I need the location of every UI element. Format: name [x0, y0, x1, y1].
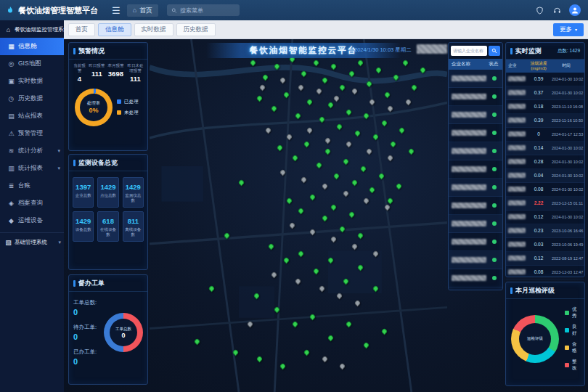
device-stat-box[interactable]: 811离线设备数 [123, 211, 144, 242]
enterprise-row[interactable] [449, 197, 502, 215]
sidebar-item-stat-analysis[interactable]: ≋统计分析▾ [0, 142, 64, 160]
legend-swatch [117, 110, 121, 115]
realtime-row[interactable]: 0.082024-01-30 10:02 [506, 183, 584, 197]
realtime-row[interactable]: 0.592024-01-30 10:02 [506, 73, 584, 86]
reading-time: 2024-01-30 10:02 [550, 77, 583, 81]
reading-time: 2023-10-06 19:49 [550, 242, 583, 247]
enterprise-row[interactable] [449, 215, 502, 233]
hamburger-menu-icon[interactable]: ☰ [112, 5, 121, 16]
col-status: 状态 [488, 61, 499, 68]
device-stat-value: 1429 [74, 217, 92, 225]
realtime-row[interactable]: 0.282024-01-30 10:02 [506, 155, 584, 169]
rating-panel: 本月巡检评级 巡检评级 优秀良好合格整改 [505, 282, 585, 386]
realtime-row[interactable]: 0.182023-11-10 16:08 [506, 100, 584, 114]
realtime-row[interactable]: 0.122024-01-30 10:02 [506, 211, 584, 224]
realtime-row[interactable]: 0.032023-10-06 19:49 [506, 238, 584, 252]
device-stat-box[interactable]: 618在线设备数 [97, 211, 118, 242]
enterprise-name-redacted [508, 104, 526, 109]
realtime-row[interactable]: 0.042024-01-30 10:02 [506, 169, 584, 183]
enterprise-row[interactable] [449, 251, 502, 269]
top-icons [534, 4, 588, 16]
sidebar-section-main[interactable]: ⌂ 餐饮油烟监控管理系统 ▴ [0, 20, 64, 38]
realtime-row[interactable]: 0.232023-10-06 16:46 [506, 224, 584, 238]
enterprise-row[interactable] [449, 142, 502, 160]
tab-首页[interactable]: 首页 [68, 23, 95, 36]
sidebar-item-info[interactable]: ▦信息舱 [0, 38, 64, 55]
legend-swatch [565, 328, 569, 332]
sidebar-section-base[interactable]: ▧ 基础管理系统 ▾ [0, 232, 64, 250]
reading-time: 2024-01-30 10:02 [550, 91, 583, 95]
workorder-stat: 已办工单:0 [73, 348, 98, 366]
sidebar-item-ops-device[interactable]: ◆运维设备 [0, 212, 64, 229]
map[interactable] [150, 39, 447, 392]
realtime-panel-header: 实时监测 总数: 1429 [506, 43, 584, 60]
device-stat-box[interactable]: 1397企业总数 [73, 177, 94, 208]
workorder-donut-label: 工单总数 [115, 327, 131, 332]
reading-time: 2022-08-19 12:47 [550, 256, 583, 261]
sidebar-item-station-report[interactable]: ▤站点报表 [0, 107, 64, 125]
enterprise-row[interactable] [449, 160, 502, 179]
enterprise-name-redacted [452, 239, 486, 245]
sidebar-item-warning-mgmt[interactable]: ⚠预警管理 [0, 125, 64, 142]
tab-历史数据[interactable]: 历史数据 [176, 23, 216, 36]
info-icon: ▦ [7, 43, 15, 50]
chevron-down-icon: ▾ [58, 240, 61, 245]
realtime-row[interactable]: 0.122022-08-19 12:47 [506, 252, 584, 266]
enterprise-name-redacted [508, 214, 526, 219]
sidebar-item-realtime[interactable]: ▣实时数据 [0, 73, 64, 90]
rating-body: 巡检评级 优秀良好合格整改 [506, 299, 584, 379]
enterprise-row[interactable] [449, 70, 502, 88]
enterprise-name-redacted [508, 269, 526, 274]
user-avatar[interactable] [569, 4, 581, 16]
realtime-row[interactable]: 0.142024-01-30 10:02 [506, 142, 584, 155]
workorder-stat-label: 待办工单: [73, 324, 98, 331]
realtime-row[interactable]: 2.222023-12-15 01:11 [506, 197, 584, 211]
sidebar-item-gis[interactable]: ◎GIS地图 [0, 55, 64, 73]
legend-swatch [565, 363, 569, 367]
global-search[interactable] [167, 4, 240, 16]
realtime-panel: 实时监测 总数: 1429 企业 油烟浓度(mg/m3) 时间 0.592024… [505, 42, 585, 277]
legend-label: 已处理 [124, 99, 139, 105]
ops-device-icon: ◆ [7, 217, 15, 224]
device-panel-title: 监测设备总览 [69, 155, 147, 171]
search-input[interactable] [180, 7, 235, 14]
realtime-row[interactable]: 0.392023-11-16 10:50 [506, 114, 584, 128]
device-stat-box[interactable]: 1429设备总数 [73, 211, 94, 242]
sidebar-item-stat-report[interactable]: ▥统计报表▾ [0, 160, 64, 177]
realtime-row[interactable]: 02024-01-17 12:53 [506, 128, 584, 142]
stat-analysis-icon: ≋ [7, 147, 15, 155]
device-stat-box[interactable]: 1429监测仪总数 [123, 177, 144, 208]
enterprise-name-redacted [452, 112, 486, 118]
enterprise-row[interactable] [449, 233, 502, 251]
enterprise-name-redacted [508, 187, 526, 192]
realtime-row[interactable]: 0.082023-12-03 12:47 [506, 266, 584, 279]
reading-time: 2024-01-30 10:02 [550, 215, 583, 219]
sidebar-item-history[interactable]: ◷历史数据 [0, 90, 64, 107]
concentration-value: 0.37 [527, 90, 550, 95]
enterprise-row[interactable] [449, 106, 502, 124]
enterprise-row[interactable] [449, 269, 502, 287]
enterprise-search-input[interactable] [451, 46, 487, 56]
tab-实时数据[interactable]: 实时数据 [134, 23, 173, 36]
sidebar-item-label: 统计报表 [18, 164, 43, 173]
more-button[interactable]: 更多 ▾ [553, 23, 584, 36]
enterprise-search-button[interactable] [489, 46, 500, 56]
sidebar-item-ledger[interactable]: ≣台账 [0, 177, 64, 195]
warning-mgmt-icon: ⚠ [7, 130, 15, 137]
concentration-value: 0 [527, 131, 550, 136]
enterprise-row[interactable] [449, 124, 502, 142]
sidebar-item-archive-query[interactable]: ◈档案查询 [0, 195, 64, 212]
reading-time: 2023-10-06 16:46 [550, 229, 583, 233]
shield-icon[interactable] [534, 5, 545, 16]
concentration-value: 0.12 [527, 214, 550, 219]
headset-icon[interactable] [552, 5, 563, 16]
enterprise-name-redacted [452, 221, 486, 226]
device-stat-box[interactable]: 1429点位总数 [97, 177, 118, 208]
ledger-icon: ≣ [7, 182, 15, 189]
status-online-dot [492, 276, 497, 280]
enterprise-row[interactable] [449, 179, 502, 197]
enterprise-row[interactable] [449, 88, 502, 106]
breadcrumb[interactable]: ⌂ 首页 [127, 4, 158, 17]
tab-信息舱[interactable]: 信息舱 [98, 23, 131, 36]
realtime-row[interactable]: 0.372024-01-30 10:02 [506, 86, 584, 100]
